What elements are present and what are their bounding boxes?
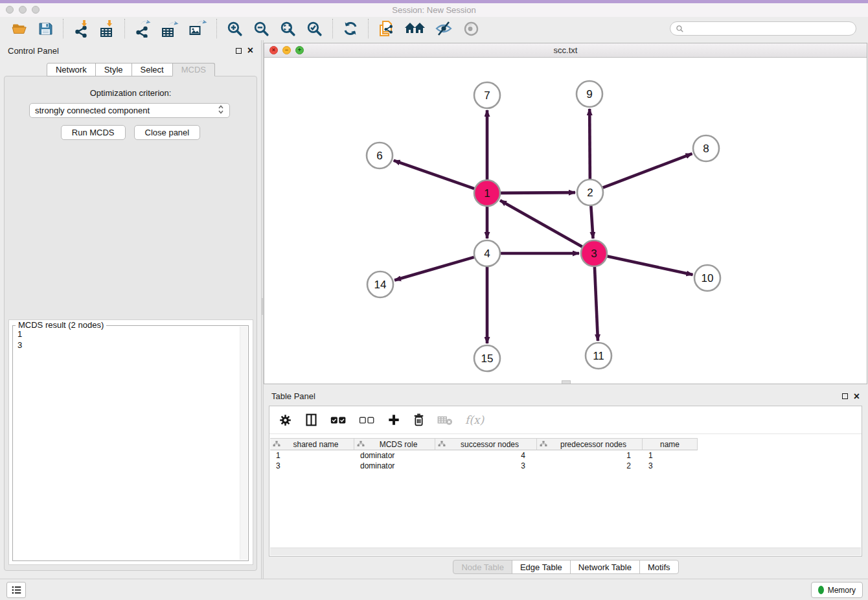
network-maximize-icon[interactable]: +: [295, 46, 304, 54]
main-toolbar: [0, 17, 868, 40]
tab-node-table[interactable]: Node Table: [453, 560, 512, 574]
list-icon: [11, 585, 22, 595]
deselect-all-icon[interactable]: [359, 415, 375, 425]
edge-3-1[interactable]: [500, 200, 582, 246]
table-panel-tabs: Node TableEdge TableNetwork TableMotifs: [264, 560, 867, 574]
toolbar-separator: [63, 19, 63, 38]
result-scrollbar[interactable]: [240, 327, 247, 560]
import-table-icon[interactable]: [98, 19, 115, 38]
table-float-icon[interactable]: [842, 393, 848, 399]
delete-row-icon[interactable]: [413, 413, 425, 427]
svg-text:9: 9: [586, 88, 592, 100]
node-table: shared nameMCDS rolesuccessor nodesprede…: [270, 438, 861, 471]
graph-node-11[interactable]: 11: [586, 343, 611, 369]
table-hscrollbar[interactable]: [270, 548, 861, 555]
edge-2-3[interactable]: [591, 206, 593, 238]
search-icon: [676, 25, 684, 33]
close-panel-icon[interactable]: ×: [247, 47, 253, 54]
mcds-result-list[interactable]: 1 3: [17, 329, 236, 558]
table-rows: 1dominator4113dominator323: [270, 450, 861, 471]
window-controls[interactable]: [6, 6, 40, 14]
table-cell: 1: [270, 450, 354, 461]
tab-style[interactable]: Style: [95, 63, 132, 76]
tab-motifs[interactable]: Motifs: [639, 560, 679, 574]
run-mcds-button[interactable]: Run MCDS: [61, 125, 126, 140]
column-header-MCDS-role[interactable]: MCDS role: [354, 438, 435, 450]
graph-node-14[interactable]: 14: [367, 271, 393, 297]
table-cell: dominator: [354, 461, 435, 471]
table-cell: 3: [643, 461, 698, 471]
split-view-icon[interactable]: [304, 413, 318, 427]
zoom-window-button[interactable]: [32, 6, 40, 14]
open-session-icon[interactable]: [11, 19, 28, 38]
hide-selected-icon[interactable]: [435, 19, 453, 38]
splitter-grip[interactable]: [262, 298, 263, 315]
apply-layout-icon[interactable]: [342, 19, 359, 38]
edge-3-11[interactable]: [595, 267, 598, 341]
column-header-name[interactable]: name: [643, 438, 698, 450]
graph-node-3[interactable]: 3: [581, 240, 607, 266]
clone-network-icon[interactable]: [378, 19, 395, 38]
network-close-icon[interactable]: ×: [269, 46, 278, 54]
tab-network-table[interactable]: Network Table: [570, 560, 640, 574]
criterion-dropdown[interactable]: strongly connected component: [29, 103, 230, 118]
table-cell: 1: [643, 450, 698, 461]
column-tree-icon: [357, 440, 365, 449]
show-all-icon: [463, 19, 479, 38]
table-row[interactable]: 3dominator323: [270, 461, 861, 471]
graph-node-6[interactable]: 6: [367, 143, 393, 168]
save-session-icon[interactable]: [37, 19, 54, 38]
table-row[interactable]: 1dominator411: [270, 450, 861, 461]
select-all-icon[interactable]: [330, 415, 347, 425]
task-history-button[interactable]: [6, 582, 26, 598]
edge-1-6[interactable]: [394, 161, 474, 189]
table-close-icon[interactable]: ×: [854, 393, 860, 400]
edge-2-8[interactable]: [603, 154, 692, 187]
tab-edge-table[interactable]: Edge Table: [512, 560, 571, 574]
search-input[interactable]: [687, 24, 851, 33]
graph-node-7[interactable]: 7: [474, 82, 500, 108]
edge-2-9[interactable]: [589, 109, 590, 179]
column-header-predecessor-nodes[interactable]: predecessor nodes: [537, 438, 643, 450]
zoom-selected-icon[interactable]: [306, 19, 323, 38]
add-row-icon[interactable]: [387, 413, 400, 426]
table-panel-title: Table Panel: [271, 391, 315, 401]
edge-3-10[interactable]: [608, 256, 693, 275]
tab-network[interactable]: Network: [47, 63, 96, 76]
settings-icon[interactable]: [279, 413, 292, 427]
network-resize-grip[interactable]: [562, 380, 571, 384]
graph-node-10[interactable]: 10: [694, 265, 720, 291]
export-image-icon[interactable]: [188, 19, 207, 38]
zoom-out-icon[interactable]: [253, 19, 270, 38]
graph-node-9[interactable]: 9: [577, 81, 602, 107]
memory-button[interactable]: Memory: [811, 582, 863, 598]
zoom-fit-icon[interactable]: [279, 19, 297, 38]
close-window-button[interactable]: [6, 6, 14, 14]
network-graph[interactable]: 7968124314101511: [264, 58, 867, 384]
zoom-in-icon[interactable]: [226, 19, 244, 38]
network-canvas[interactable]: 7968124314101511: [264, 58, 867, 384]
svg-text:4: 4: [484, 248, 490, 260]
close-panel-button[interactable]: Close panel: [134, 125, 201, 140]
export-network-icon[interactable]: [134, 19, 152, 38]
export-table-icon[interactable]: [161, 19, 179, 38]
graph-node-8[interactable]: 8: [693, 135, 719, 161]
houses-icon[interactable]: [404, 19, 426, 38]
column-header-successor-nodes[interactable]: successor nodes: [435, 438, 537, 450]
svg-text:2: 2: [587, 187, 593, 199]
graph-node-1[interactable]: 1: [474, 180, 500, 206]
edge-1-2[interactable]: [501, 192, 575, 193]
tab-select[interactable]: Select: [131, 63, 173, 76]
edge-4-14[interactable]: [394, 257, 474, 281]
graph-node-4[interactable]: 4: [474, 240, 500, 266]
column-header-shared-name[interactable]: shared name: [270, 438, 354, 450]
graph-node-15[interactable]: 15: [474, 345, 500, 371]
minimize-window-button[interactable]: [19, 6, 27, 14]
graph-node-2[interactable]: 2: [577, 179, 603, 205]
import-network-icon[interactable]: [73, 19, 89, 38]
tab-mcds[interactable]: MCDS: [172, 63, 215, 76]
network-minimize-icon[interactable]: −: [282, 46, 291, 54]
mcds-tab-content: Optimization criterion: strongly connect…: [4, 76, 257, 571]
search-box[interactable]: [670, 21, 856, 36]
float-panel-icon[interactable]: [236, 48, 242, 54]
